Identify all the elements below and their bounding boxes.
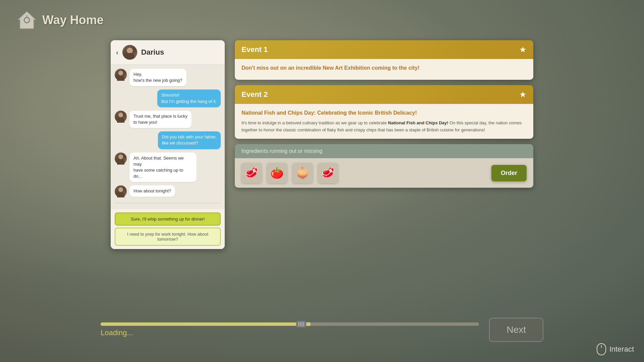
contact-avatar [122,45,137,60]
event-2-title: Event 2 [241,90,268,99]
progress-slider [101,322,479,326]
event-1-body: Don't miss out on an incredible New Art … [235,59,533,80]
chat-panel: ‹ Darius Hey,how's the new job going? St… [111,40,225,249]
event-2-headline: National Fish and Chips Day: Celebrating… [241,109,527,117]
ingredient-2: 🍅 [267,163,287,183]
message-row: How about tonight? [115,185,221,197]
event-1-headline: Don't miss out on an incredible New Art … [241,64,527,72]
msg-bubble-sent: Stressful!But I'm getting the hang of it… [157,89,221,107]
event-card-1: Event 1 ★ Don't miss out on an incredibl… [235,40,533,80]
progress-track [101,322,479,326]
msg-bubble: Trust me, that place is luckyto have you… [129,111,192,128]
order-button[interactable]: Order [491,165,527,181]
star-icon-1[interactable]: ★ [519,45,527,54]
message-row: Trust me, that place is luckyto have you… [115,111,221,128]
divider [115,203,221,203]
app-header: Way Home [0,0,644,40]
next-button[interactable]: Next [489,318,543,342]
message-row: Did you talk with your father,like we di… [115,131,221,149]
interact-area[interactable]: Interact [597,343,634,355]
message-row: Stressful!But I'm getting the hang of it… [115,89,221,107]
ingredients-header: Ingredients running out or missing [235,144,533,158]
ingredients-body: 🥩 🍅 🧅 🥩 Order [235,158,533,188]
ingredient-1: 🥩 [241,163,262,183]
message-row: Hey,how's the new job going? [115,69,221,86]
msg-bubble: Ah. About that. Seems we mayhave some ca… [129,153,197,182]
msg-avatar [115,111,127,123]
loading-text: Loading... [101,328,479,337]
msg-bubble-sent: Did you talk with your father,like we di… [158,131,221,149]
ingredient-3: 🧅 [292,163,313,183]
chat-messages: Hey,how's the new job going? Stressful!B… [111,65,225,209]
msg-avatar [115,69,127,81]
slider-handle-icon [296,321,306,327]
reply-option-1[interactable]: Sure, I'll whip something up for dinner! [115,213,221,226]
reply-options: Sure, I'll whip something up for dinner!… [111,209,225,249]
ingredients-card: Ingredients running out or missing 🥩 🍅 🧅… [235,144,533,188]
ingredients-title: Ingredients running out or missing [241,148,322,154]
msg-bubble: How about tonight? [129,185,175,197]
event-header-1: Event 1 ★ [235,40,533,59]
event-1-title: Event 1 [241,45,268,54]
reply-option-2[interactable]: I need to prep for work tonight. How abo… [115,228,221,246]
interact-label: Interact [609,345,634,354]
back-button[interactable]: ‹ [116,49,118,56]
home-icon [17,10,37,30]
ingredient-4: 🥩 [318,163,338,183]
bottom-bar: Loading... Next [101,318,543,342]
progress-container: Loading... [101,322,479,337]
progress-fill [101,322,309,326]
msg-avatar [115,185,127,197]
chat-header: ‹ Darius [111,40,225,65]
event-header-2: Event 2 ★ [235,85,533,104]
msg-bubble: Hey,how's the new job going? [129,69,186,86]
svg-marker-0 [18,12,35,28]
event-2-description: It's time to indulge in a beloved culina… [241,120,527,134]
events-panel: Event 1 ★ Don't miss out on an incredibl… [235,40,533,188]
contact-name: Darius [141,48,164,57]
app-title: Way Home [42,13,104,27]
event-2-body: National Fish and Chips Day: Celebrating… [235,104,533,139]
main-area: ‹ Darius Hey,how's the new job going? St… [0,40,644,249]
mouse-icon [597,343,606,355]
star-icon-2[interactable]: ★ [519,90,527,99]
message-row: Ah. About that. Seems we mayhave some ca… [115,153,221,182]
msg-avatar [115,153,127,165]
event-card-2: Event 2 ★ National Fish and Chips Day: C… [235,85,533,139]
